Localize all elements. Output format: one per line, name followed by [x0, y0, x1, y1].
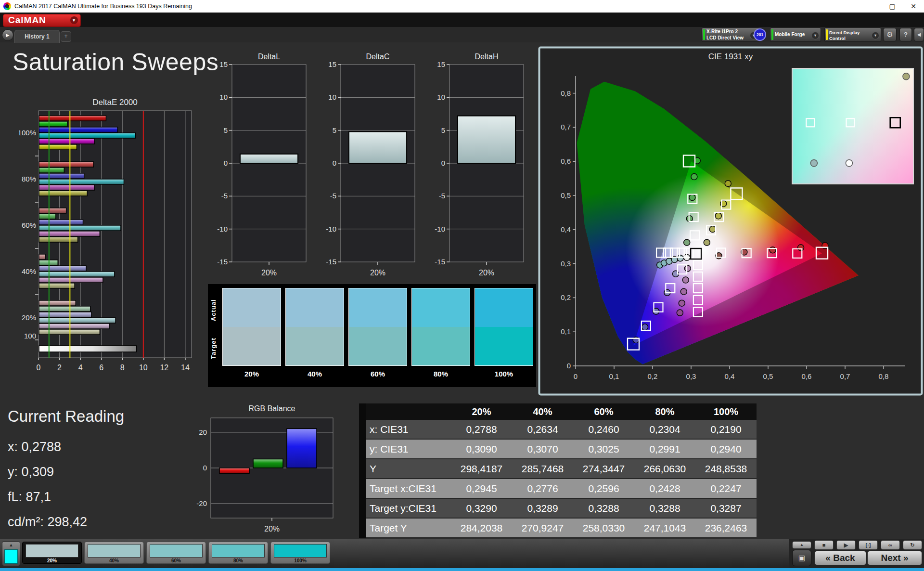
svg-text:0: 0 — [574, 372, 578, 380]
svg-text:10: 10 — [437, 93, 445, 101]
svg-text:DeltaL: DeltaL — [258, 52, 280, 61]
back-button[interactable]: « Back — [814, 551, 866, 565]
table-cell: 266,0630 — [634, 459, 695, 479]
svg-text:10: 10 — [219, 93, 228, 101]
source-dropdown[interactable]: Mobile Forge ▾ — [770, 27, 821, 42]
gear-icon[interactable]: ⚙ — [883, 28, 897, 41]
window-edge — [0, 568, 924, 571]
stop-pattern-button[interactable]: ▣ — [792, 550, 811, 566]
read-series-icon[interactable]: [·] — [859, 540, 878, 550]
svg-text:20%: 20% — [22, 313, 36, 322]
actual-swatch — [348, 288, 407, 327]
help-icon[interactable]: ? — [899, 28, 912, 41]
saturation-swatch-80%[interactable]: 80% — [208, 542, 268, 564]
svg-text:RGB Balance: RGB Balance — [249, 404, 295, 413]
current-reading-value: x: 0,2788 — [8, 434, 124, 459]
table-cell: 0,3289 — [512, 498, 573, 518]
svg-text:20%: 20% — [479, 269, 494, 277]
actual-swatch — [475, 288, 533, 327]
calman-logo-text: CalMAN — [8, 15, 46, 25]
swatch-column-40%: 40% — [285, 288, 344, 382]
brand-bar: CalMAN ▾ — [0, 13, 924, 27]
add-tab-button[interactable]: + — [61, 31, 71, 42]
current-reading-panel: Current Reading x: 0,2788y: 0,309fL: 87,… — [8, 407, 124, 534]
svg-text:0,8: 0,8 — [879, 372, 889, 380]
saturation-swatch-60%[interactable]: 60% — [146, 542, 206, 564]
svg-text:-15: -15 — [326, 258, 336, 266]
svg-text:-20: -20 — [196, 499, 207, 507]
svg-text:-5: -5 — [439, 192, 445, 200]
table-cell: 0,2945 — [451, 479, 512, 498]
svg-text:12: 12 — [160, 363, 168, 372]
display-status-indicator — [826, 29, 828, 40]
page-title: Saturation Sweeps — [13, 48, 218, 76]
refresh-icon[interactable]: ↻ — [903, 540, 922, 550]
swatch-column-label: 40% — [285, 370, 344, 378]
display-control-dropdown[interactable]: Direct Display Control ▾ — [824, 27, 881, 42]
svg-text:-10: -10 — [217, 225, 228, 233]
table-cell: 0,3090 — [451, 439, 512, 459]
svg-text:DeltaE 2000: DeltaE 2000 — [92, 98, 138, 107]
swatch-column-80%: 80% — [411, 288, 470, 382]
svg-text:DeltaH: DeltaH — [475, 52, 499, 61]
tab-history-1[interactable]: History 1 — [14, 30, 60, 43]
chevron-down-icon: ▾ — [811, 32, 819, 39]
table-col-header: 60% — [573, 403, 634, 420]
svg-text:4: 4 — [78, 363, 83, 372]
svg-text:0: 0 — [203, 464, 207, 472]
calman-logo-menu[interactable]: CalMAN ▾ — [3, 14, 81, 27]
window-title: CalMAN 2017 CalMAN Ultimate for Business… — [14, 0, 192, 13]
transport-expand-button[interactable]: ▲ — [792, 541, 811, 549]
target-swatch — [222, 327, 281, 366]
table-cell: 0,2428 — [634, 479, 695, 498]
meter-dropdown[interactable]: X-Rite i1Pro 2 LCD Direct View ▾ — [702, 27, 759, 42]
target-swatch — [348, 327, 407, 366]
close-button[interactable]: ✕ — [903, 0, 924, 13]
next-button[interactable]: Next » — [867, 551, 922, 565]
stop-icon[interactable]: ■ — [814, 540, 834, 550]
table-row: Target x:CIE310,29450,27760,25960,24280,… — [362, 479, 757, 498]
table-cell: 0,2940 — [695, 439, 757, 459]
preview-color-chip — [4, 549, 18, 564]
continuous-icon[interactable]: ∞ — [881, 540, 900, 550]
play-icon[interactable]: ▶ — [836, 540, 856, 550]
table-corner — [362, 403, 451, 420]
chevron-down-icon: ▾ — [872, 32, 879, 39]
svg-text:15: 15 — [328, 60, 336, 68]
swatch-chip — [274, 544, 327, 558]
svg-text:-5: -5 — [221, 192, 228, 200]
chevron-down-icon: ▾ — [70, 16, 78, 24]
minimize-button[interactable]: – — [860, 0, 882, 13]
table-row: Target y:CIE310,32900,32890,32880,32880,… — [362, 498, 757, 518]
svg-text:15: 15 — [437, 60, 445, 68]
swatch-label: 60% — [147, 558, 205, 563]
svg-text:-15: -15 — [217, 258, 228, 266]
table-row-label: Target y:CIE31 — [362, 498, 451, 518]
swatch-label: 80% — [209, 558, 268, 563]
tab-scroll-button[interactable]: ▶ — [2, 29, 13, 41]
meter-line1: X-Rite i1Pro 2 — [706, 29, 750, 35]
table-row: x: CIE310,27880,26340,24600,23040,2190 — [362, 420, 757, 439]
saturation-swatch-100%[interactable]: 100% — [270, 542, 330, 564]
svg-text:0,6: 0,6 — [802, 372, 812, 380]
deltah-chart: DeltaH151050-5-10-1520% — [432, 52, 526, 284]
svg-text:0,1: 0,1 — [561, 327, 571, 336]
meter-status-indicator — [703, 29, 705, 40]
saturation-swatch-20%[interactable]: 20% — [22, 542, 82, 564]
maximize-button[interactable]: ▢ — [882, 0, 903, 13]
collapse-panel-icon[interactable]: ◀ — [914, 28, 924, 41]
svg-text:10: 10 — [139, 363, 148, 372]
svg-text:14: 14 — [181, 363, 190, 372]
svg-text:5: 5 — [333, 126, 336, 134]
table-cell: 236,2463 — [695, 518, 757, 538]
svg-text:0: 0 — [333, 159, 336, 167]
deltac-chart: DeltaC151050-5-10-1520% — [323, 52, 418, 284]
test-pattern-preview-button[interactable]: ▲ — [2, 541, 20, 566]
svg-text:8: 8 — [120, 363, 125, 372]
current-reading-value: cd/m²: 298,42 — [8, 509, 124, 534]
saturation-swatch-40%[interactable]: 40% — [84, 542, 144, 564]
svg-text:-15: -15 — [435, 258, 445, 266]
swatch-label: 40% — [85, 558, 143, 563]
svg-text:-5: -5 — [330, 192, 336, 200]
table-cell: 0,2776 — [512, 479, 573, 498]
